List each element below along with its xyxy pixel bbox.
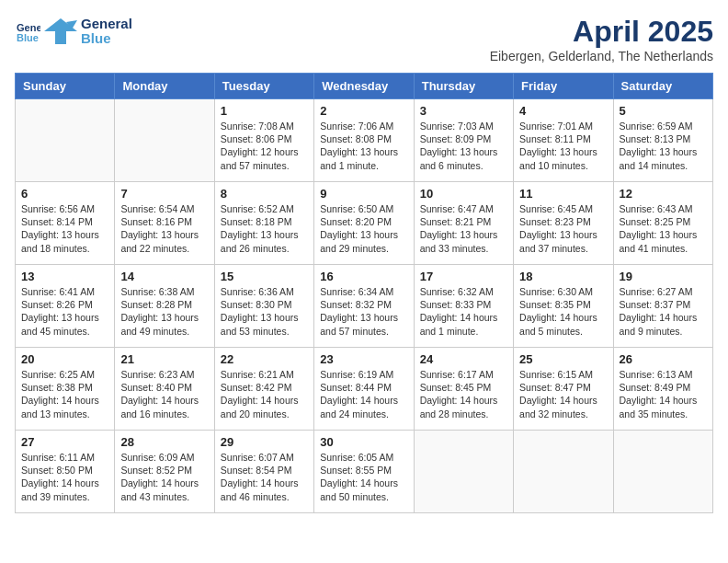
day-info: Sunrise: 6:47 AMSunset: 8:21 PMDaylight:… — [420, 202, 507, 255]
logo-line2: Blue — [81, 31, 132, 47]
day-info: Sunrise: 6:19 AMSunset: 8:44 PMDaylight:… — [320, 368, 407, 420]
day-info: Sunrise: 6:50 AMSunset: 8:20 PMDaylight:… — [320, 202, 407, 255]
day-number: 9 — [320, 187, 407, 201]
day-number: 27 — [21, 435, 108, 449]
calendar-row-week-5: 27Sunrise: 6:11 AMSunset: 8:50 PMDayligh… — [16, 431, 713, 513]
day-info: Sunrise: 6:07 AMSunset: 8:54 PMDaylight:… — [221, 451, 308, 503]
calendar-cell — [414, 431, 513, 513]
day-number: 10 — [420, 187, 507, 201]
day-number: 19 — [620, 270, 707, 283]
page-header: General Blue General Blue April 2025 Eib… — [15, 15, 713, 63]
calendar-cell: 10Sunrise: 6:47 AMSunset: 8:21 PMDayligh… — [414, 182, 513, 265]
day-info: Sunrise: 6:45 AMSunset: 8:23 PMDaylight:… — [519, 202, 607, 255]
day-number: 4 — [519, 104, 607, 118]
calendar-cell: 12Sunrise: 6:43 AMSunset: 8:25 PMDayligh… — [613, 182, 712, 265]
day-info: Sunrise: 7:03 AMSunset: 8:09 PMDaylight:… — [420, 120, 507, 172]
day-number: 21 — [120, 352, 208, 366]
calendar-cell: 22Sunrise: 6:21 AMSunset: 8:42 PMDayligh… — [214, 348, 313, 431]
logo-line1: General — [81, 17, 132, 32]
calendar-cell: 9Sunrise: 6:50 AMSunset: 8:20 PMDaylight… — [314, 182, 414, 265]
calendar-row-week-3: 13Sunrise: 6:41 AMSunset: 8:26 PMDayligh… — [16, 265, 713, 348]
day-number: 1 — [221, 104, 308, 118]
day-info: Sunrise: 6:59 AMSunset: 8:13 PMDaylight:… — [620, 120, 707, 172]
day-info: Sunrise: 6:41 AMSunset: 8:26 PMDaylight:… — [21, 285, 108, 338]
calendar-cell: 11Sunrise: 6:45 AMSunset: 8:23 PMDayligh… — [514, 182, 613, 265]
day-number: 13 — [21, 270, 108, 283]
calendar-cell: 30Sunrise: 6:05 AMSunset: 8:55 PMDayligh… — [314, 431, 414, 513]
day-info: Sunrise: 7:06 AMSunset: 8:08 PMDaylight:… — [320, 120, 407, 172]
col-header-tuesday: Tuesday — [214, 74, 313, 99]
calendar-cell: 27Sunrise: 6:11 AMSunset: 8:50 PMDayligh… — [16, 431, 115, 513]
day-info: Sunrise: 6:17 AMSunset: 8:45 PMDaylight:… — [420, 368, 507, 420]
col-header-saturday: Saturday — [613, 74, 712, 99]
day-number: 26 — [620, 352, 707, 366]
day-info: Sunrise: 6:05 AMSunset: 8:55 PMDaylight:… — [320, 451, 407, 503]
calendar-cell: 26Sunrise: 6:13 AMSunset: 8:49 PMDayligh… — [613, 348, 712, 431]
col-header-sunday: Sunday — [16, 74, 115, 99]
day-number: 20 — [21, 352, 108, 366]
calendar-row-week-2: 6Sunrise: 6:56 AMSunset: 8:14 PMDaylight… — [16, 182, 713, 265]
day-number: 18 — [519, 270, 607, 283]
day-info: Sunrise: 6:23 AMSunset: 8:40 PMDaylight:… — [120, 368, 208, 420]
calendar-cell: 8Sunrise: 6:52 AMSunset: 8:18 PMDaylight… — [214, 182, 313, 265]
day-info: Sunrise: 6:13 AMSunset: 8:49 PMDaylight:… — [620, 368, 707, 420]
calendar-cell: 14Sunrise: 6:38 AMSunset: 8:28 PMDayligh… — [115, 265, 214, 348]
day-number: 16 — [320, 270, 407, 283]
day-info: Sunrise: 7:08 AMSunset: 8:06 PMDaylight:… — [221, 120, 308, 172]
svg-text:Blue: Blue — [17, 32, 39, 43]
calendar-cell — [115, 99, 214, 182]
day-info: Sunrise: 6:15 AMSunset: 8:47 PMDaylight:… — [519, 368, 607, 420]
calendar-row-week-1: 1Sunrise: 7:08 AMSunset: 8:06 PMDaylight… — [16, 99, 713, 182]
day-info: Sunrise: 6:25 AMSunset: 8:38 PMDaylight:… — [21, 368, 108, 420]
calendar-cell: 28Sunrise: 6:09 AMSunset: 8:52 PMDayligh… — [115, 431, 214, 513]
day-number: 5 — [620, 104, 707, 118]
day-number: 15 — [221, 270, 308, 283]
day-info: Sunrise: 6:52 AMSunset: 8:18 PMDaylight:… — [221, 202, 308, 255]
col-header-thursday: Thursday — [414, 74, 513, 99]
day-number: 25 — [519, 352, 607, 366]
calendar-cell: 4Sunrise: 7:01 AMSunset: 8:11 PMDaylight… — [514, 99, 613, 182]
day-number: 29 — [221, 435, 308, 449]
day-info: Sunrise: 6:27 AMSunset: 8:37 PMDaylight:… — [620, 285, 707, 338]
calendar-cell: 19Sunrise: 6:27 AMSunset: 8:37 PMDayligh… — [613, 265, 712, 348]
logo-bird-icon — [44, 15, 77, 48]
col-header-monday: Monday — [115, 74, 214, 99]
day-number: 24 — [420, 352, 507, 366]
day-number: 17 — [420, 270, 507, 283]
calendar-cell: 16Sunrise: 6:34 AMSunset: 8:32 PMDayligh… — [314, 265, 414, 348]
calendar-cell: 18Sunrise: 6:30 AMSunset: 8:35 PMDayligh… — [514, 265, 613, 348]
day-number: 3 — [420, 104, 507, 118]
calendar-cell — [514, 431, 613, 513]
day-number: 28 — [120, 435, 208, 449]
day-number: 6 — [21, 187, 108, 201]
col-header-wednesday: Wednesday — [314, 74, 414, 99]
calendar-cell: 1Sunrise: 7:08 AMSunset: 8:06 PMDaylight… — [214, 99, 313, 182]
calendar-cell: 24Sunrise: 6:17 AMSunset: 8:45 PMDayligh… — [414, 348, 513, 431]
day-info: Sunrise: 6:30 AMSunset: 8:35 PMDaylight:… — [519, 285, 607, 338]
day-number: 7 — [120, 187, 208, 201]
day-info: Sunrise: 6:54 AMSunset: 8:16 PMDaylight:… — [120, 202, 208, 255]
calendar-cell — [16, 99, 115, 182]
day-number: 22 — [221, 352, 308, 366]
day-info: Sunrise: 6:09 AMSunset: 8:52 PMDaylight:… — [120, 451, 208, 503]
calendar-cell: 23Sunrise: 6:19 AMSunset: 8:44 PMDayligh… — [314, 348, 414, 431]
day-number: 8 — [221, 187, 308, 201]
calendar-table: SundayMondayTuesdayWednesdayThursdayFrid… — [15, 73, 713, 513]
calendar-cell: 6Sunrise: 6:56 AMSunset: 8:14 PMDaylight… — [16, 182, 115, 265]
calendar-cell: 17Sunrise: 6:32 AMSunset: 8:33 PMDayligh… — [414, 265, 513, 348]
day-info: Sunrise: 6:11 AMSunset: 8:50 PMDaylight:… — [21, 451, 108, 503]
logo: General Blue General Blue — [15, 15, 132, 48]
calendar-cell — [613, 431, 712, 513]
day-info: Sunrise: 6:32 AMSunset: 8:33 PMDaylight:… — [420, 285, 507, 338]
calendar-row-week-4: 20Sunrise: 6:25 AMSunset: 8:38 PMDayligh… — [16, 348, 713, 431]
day-info: Sunrise: 6:36 AMSunset: 8:30 PMDaylight:… — [221, 285, 308, 338]
day-info: Sunrise: 6:38 AMSunset: 8:28 PMDaylight:… — [120, 285, 208, 338]
day-number: 14 — [120, 270, 208, 283]
calendar-cell: 29Sunrise: 6:07 AMSunset: 8:54 PMDayligh… — [214, 431, 313, 513]
calendar-cell: 20Sunrise: 6:25 AMSunset: 8:38 PMDayligh… — [16, 348, 115, 431]
day-number: 12 — [620, 187, 707, 201]
calendar-cell: 2Sunrise: 7:06 AMSunset: 8:08 PMDaylight… — [314, 99, 414, 182]
day-info: Sunrise: 6:43 AMSunset: 8:25 PMDaylight:… — [620, 202, 707, 255]
logo-icon: General Blue — [15, 18, 40, 44]
month-title: April 2025 — [490, 15, 713, 49]
